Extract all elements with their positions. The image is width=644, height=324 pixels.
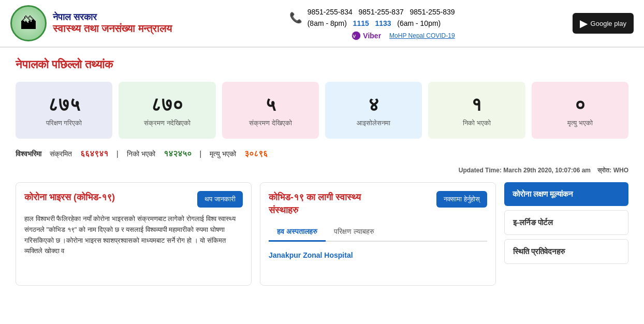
stat-number-not-infected: ८७० <box>151 93 183 115</box>
hotline1[interactable]: 1115 <box>353 19 369 27</box>
header-contact: 📞 9851-255-834 9851-255-837 9851-255-839… <box>289 6 455 41</box>
stat-card-deaths: ० मृत्यु भएको <box>532 82 628 139</box>
phone-numbers: 9851-255-834 9851-255-837 9851-255-839 (… <box>308 6 455 30</box>
stat-number-recovered: १ <box>471 93 482 115</box>
source-label: स्रोत: <box>597 167 611 174</box>
viber-link[interactable]: V Viber <box>352 31 381 40</box>
phone-hours1: (8am - 8pm) <box>308 19 347 27</box>
hospital-tabs: हव अस्पतालहरु परिक्षण ल्याबहरु <box>269 223 487 242</box>
stat-label-isolated: आइसोलेसनमा <box>357 119 390 127</box>
elearning-portal-button[interactable]: इ-लर्निङ पोर्टल <box>504 210 628 235</box>
play-store-icon: ▶ <box>580 17 588 30</box>
hospital-item-1: Janakpur Zonal Hospital <box>269 247 487 263</box>
world-infected-count: ६६४९४१ <box>80 149 108 158</box>
world-recovered-count: १४२४५० <box>164 149 192 158</box>
header-title-block: नेपाल सरकार स्वास्थ्य तथा जनसंख्या मन्त्… <box>53 12 172 35</box>
corona-card-header: कोरोना भाइरस (कोभिड-१९) थप जानकारी <box>24 191 243 208</box>
divider2: | <box>200 150 202 158</box>
symptom-assessment-button[interactable]: कोरोना लक्षण मूल्यांकन <box>504 182 628 206</box>
contact-row-phones: 📞 9851-255-834 9851-255-837 9851-255-839… <box>289 6 455 30</box>
stat-card-recovered: १ निको भएको <box>428 82 525 139</box>
health-card: कोभिड-१९ का लागी स्वास्थ्य संस्थाहरु नक्… <box>260 182 496 286</box>
svg-text:V: V <box>353 34 356 39</box>
world-deaths-count: ३०८९६ <box>244 149 268 158</box>
health-card-title: कोभिड-१९ का लागी स्वास्थ्य संस्थाहरु <box>269 191 372 217</box>
stat-label-tested: परिक्षण गरिएको <box>46 119 82 127</box>
corona-card-title: कोरोना भाइरस (कोभिड-१९) <box>24 191 115 204</box>
mohp-link[interactable]: MoHP Nepal COVID-19 <box>389 32 455 39</box>
stat-number-isolated: ४ <box>368 93 379 115</box>
phone3: 9851-255-839 <box>409 8 455 16</box>
viber-label: Viber <box>363 32 381 40</box>
google-play-label: Google play <box>591 20 626 27</box>
stat-label-deaths: मृत्यु भएको <box>567 119 593 127</box>
sidebar-panel: कोरोना लक्षण मूल्यांकन इ-लर्निङ पोर्टल स… <box>504 182 628 286</box>
health-map-button[interactable]: नक्सामा हेर्नुहोस् <box>436 191 487 208</box>
stat-number-tested: ८७५ <box>48 93 80 115</box>
header-title-top: नेपाल सरकार <box>53 12 172 23</box>
status-report-button[interactable]: स्थिति प्रतिवेदनहरु <box>504 239 628 264</box>
stat-card-tested: ८७५ परिक्षण गरिएको <box>16 82 112 139</box>
bottom-grid: कोरोना भाइरस (कोभिड-१९) थप जानकारी हाल व… <box>16 182 628 286</box>
header-title-bottom: स्वास्थ्य तथा जनसंख्या मन्त्रालय <box>53 23 172 35</box>
header-left: 🏔 नेपाल सरकार स्वास्थ्य तथा जनसंख्या मन्… <box>10 5 172 41</box>
tab-labs[interactable]: परिक्षण ल्याबहरु <box>326 223 383 242</box>
stat-label-recovered: निको भएको <box>463 119 491 127</box>
updated-time: Updated Time: March 29th 2020, 10:07:06 … <box>16 167 628 174</box>
stat-card-infected: ५ संक्रमण देखिएको <box>222 82 319 139</box>
tab-hospitals[interactable]: हव अस्पतालहरु <box>269 223 326 242</box>
corona-more-info-button[interactable]: थप जानकारी <box>197 191 243 208</box>
stats-grid: ८७५ परिक्षण गरिएको ८७० संक्रमण नदेखिएको … <box>16 82 628 139</box>
stat-number-deaths: ० <box>575 93 586 115</box>
world-recovered-label: निको भएको <box>127 150 155 158</box>
phone-hours2: (6am - 10pm) <box>397 19 441 27</box>
updated-label: Updated Time: <box>459 167 502 174</box>
world-deaths-label: मृत्यु भएको <box>210 150 236 158</box>
divider1: | <box>116 150 119 158</box>
stat-label-not-infected: संक्रमण नदेखिएको <box>144 119 191 127</box>
phone1: 9851-255-834 <box>308 8 353 16</box>
viber-row: V Viber MoHP Nepal COVID-19 <box>352 31 455 40</box>
stat-label-infected: संक्रमण देखिएको <box>249 119 292 127</box>
viber-icon: V <box>352 31 361 40</box>
world-stats: विश्वभरिमा संक्रमित ६६४९४१ | निको भएको १… <box>16 149 628 158</box>
phone2: 9851-255-837 <box>359 8 404 16</box>
world-label: विश्वभरिमा <box>16 150 41 158</box>
phone-icon: 📞 <box>289 11 302 24</box>
section-title: नेपालको पछिल्लो तथ्यांक <box>16 58 628 71</box>
logo: 🏔 <box>10 5 47 41</box>
google-play-button[interactable]: ▶ Google play <box>573 13 634 34</box>
stat-number-infected: ५ <box>265 93 276 115</box>
health-card-header: कोभिड-१९ का लागी स्वास्थ्य संस्थाहरु नक्… <box>269 191 487 217</box>
hotline2[interactable]: 1133 <box>375 19 391 27</box>
stat-card-isolated: ४ आइसोलेसनमा <box>325 82 422 139</box>
updated-time-value: March 29th 2020, 10:07:06 am <box>503 167 591 174</box>
source-value: WHO <box>613 167 628 174</box>
header: 🏔 नेपाल सरकार स्वास्थ्य तथा जनसंख्या मन्… <box>0 0 644 48</box>
world-infected-label: संक्रमित <box>50 150 72 158</box>
stat-card-not-infected: ८७० संक्रमण नदेखिएको <box>119 82 215 139</box>
main-content: नेपालको पछिल्लो तथ्यांक ८७५ परिक्षण गरिए… <box>0 48 644 296</box>
corona-card-text: हाल विश्वभरी फैलिरहेका नयाँ कोरोना भाइरस… <box>24 214 243 257</box>
corona-card: कोरोना भाइरस (कोभिड-१९) थप जानकारी हाल व… <box>16 182 252 286</box>
